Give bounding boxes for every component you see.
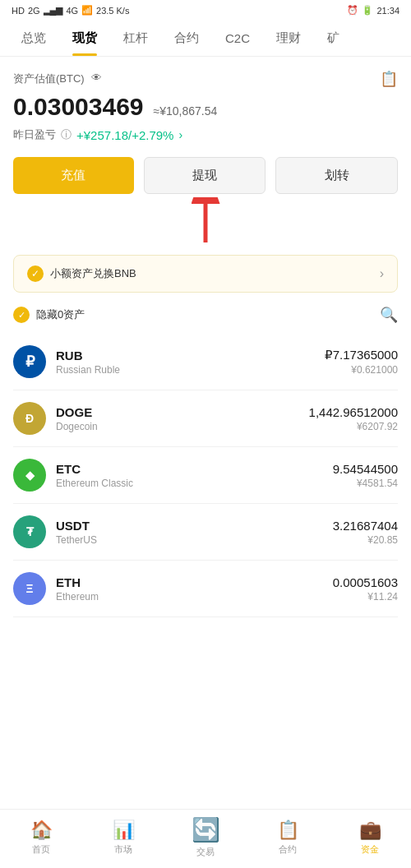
bnb-banner-label: 小额资产兑换BNB bbox=[50, 266, 136, 281]
list-item[interactable]: ₽ RUB Russian Ruble ₽7.17365000 ¥0.62100… bbox=[13, 334, 398, 390]
rub-info: RUB Russian Ruble bbox=[56, 349, 325, 376]
home-icon: 🏠 bbox=[30, 820, 53, 841]
nav-item-futures[interactable]: 合约 bbox=[161, 21, 212, 56]
network-indicator: HD bbox=[12, 6, 25, 16]
eth-balance: 0.00051603 bbox=[333, 575, 398, 589]
withdraw-button[interactable]: 提现 bbox=[144, 157, 266, 194]
funds-icon: 💼 bbox=[359, 820, 381, 841]
hide-assets-label: 隐藏0资产 bbox=[36, 307, 85, 322]
search-assets-button[interactable]: 🔍 bbox=[380, 306, 398, 324]
etc-info: ETC Ethereum Classic bbox=[56, 462, 333, 489]
home-label: 首页 bbox=[32, 843, 50, 856]
nav-item-overview[interactable]: 总览 bbox=[8, 21, 59, 56]
bottom-nav-funds[interactable]: 💼 资金 bbox=[345, 820, 395, 856]
pnl-info-icon: ⓘ bbox=[61, 127, 72, 142]
action-buttons: 充值 提现 划转 bbox=[13, 157, 398, 194]
etc-name: Ethereum Classic bbox=[56, 478, 333, 489]
pnl-value: +¥257.18/+2.79% bbox=[76, 128, 173, 142]
etc-icon: ◆ bbox=[13, 459, 46, 492]
time-display: 21:34 bbox=[376, 6, 399, 16]
speed-indicator: 23.5 K/s bbox=[96, 6, 129, 16]
lte-indicator: 4G bbox=[66, 6, 78, 16]
pnl-row: 昨日盈亏 ⓘ +¥257.18/+2.79% › bbox=[13, 127, 398, 142]
list-item[interactable]: ◆ ETC Ethereum Classic 9.54544500 ¥4581.… bbox=[13, 447, 398, 504]
transfer-button[interactable]: 划转 bbox=[275, 157, 398, 194]
market-label: 市场 bbox=[114, 843, 132, 856]
nav-item-mining[interactable]: 矿 bbox=[314, 21, 353, 56]
bnb-check-icon: ✓ bbox=[27, 265, 44, 282]
etc-cny: ¥4581.54 bbox=[333, 478, 398, 489]
nav-item-c2c[interactable]: C2C bbox=[212, 21, 263, 55]
history-icon[interactable]: 📋 bbox=[380, 70, 398, 88]
signal-bars: ▂▄▆ bbox=[44, 5, 63, 16]
usdt-balance: 3.21687404 bbox=[333, 519, 398, 533]
list-item[interactable]: ₮ USDT TetherUS 3.21687404 ¥20.85 bbox=[13, 504, 398, 561]
list-item[interactable]: Ξ ETH Ethereum 0.00051603 ¥11.24 bbox=[13, 561, 398, 617]
eth-info: ETH Ethereum bbox=[56, 575, 333, 603]
bottom-nav-trade[interactable]: 🔄 交易 bbox=[181, 816, 230, 858]
status-left: HD 2G ▂▄▆ 4G 📶 23.5 K/s bbox=[12, 5, 129, 16]
doge-amounts: 1,442.96512000 ¥6207.92 bbox=[309, 405, 398, 432]
list-item[interactable]: Ð DOGE Dogecoin 1,442.96512000 ¥6207.92 bbox=[13, 390, 398, 447]
usdt-amounts: 3.21687404 ¥20.85 bbox=[333, 519, 398, 546]
status-right: ⏰ 🔋 21:34 bbox=[347, 5, 399, 16]
eth-cny: ¥11.24 bbox=[333, 591, 398, 603]
hide-zero-assets[interactable]: ✓ 隐藏0资产 bbox=[13, 307, 85, 323]
bnb-banner-content: ✓ 小额资产兑换BNB bbox=[27, 265, 136, 282]
doge-info: DOGE Dogecoin bbox=[56, 405, 309, 432]
up-arrow-svg bbox=[185, 197, 226, 247]
doge-balance: 1,442.96512000 bbox=[309, 405, 398, 419]
futures-label: 合约 bbox=[279, 843, 297, 856]
rub-icon: ₽ bbox=[13, 345, 46, 378]
top-navigation: 总览 现货 杠杆 合约 C2C 理财 矿 bbox=[0, 21, 411, 57]
eth-name: Ethereum bbox=[56, 591, 333, 603]
usdt-symbol: USDT bbox=[56, 519, 333, 533]
alarm-icon: ⏰ bbox=[347, 5, 358, 16]
asset-list: ₽ RUB Russian Ruble ₽7.17365000 ¥0.62100… bbox=[13, 334, 398, 617]
arrow-annotation bbox=[13, 197, 398, 247]
hide-assets-check-icon: ✓ bbox=[13, 307, 30, 323]
rub-symbol: RUB bbox=[56, 349, 325, 362]
trade-label: 交易 bbox=[196, 846, 215, 858]
eth-symbol: ETH bbox=[56, 575, 333, 589]
pnl-label: 昨日盈亏 bbox=[13, 127, 56, 142]
doge-name: Dogecoin bbox=[56, 421, 309, 432]
rub-cny: ¥0.621000 bbox=[325, 364, 398, 376]
futures-icon: 📋 bbox=[277, 820, 299, 841]
wifi-icon: 📶 bbox=[81, 5, 93, 16]
bottom-nav-home[interactable]: 🏠 首页 bbox=[16, 820, 66, 856]
toggle-visibility-icon[interactable]: 👁 bbox=[91, 72, 106, 86]
nav-item-leverage[interactable]: 杠杆 bbox=[110, 21, 161, 56]
bnb-banner-arrow: › bbox=[380, 266, 384, 281]
funds-label: 资金 bbox=[361, 843, 379, 856]
main-content: 资产估值(BTC) 👁 📋 0.03003469 ≈¥10,867.54 昨日盈… bbox=[0, 57, 411, 688]
bottom-nav-market[interactable]: 📊 市场 bbox=[99, 820, 148, 856]
doge-icon: Ð bbox=[13, 402, 46, 435]
usdt-info: USDT TetherUS bbox=[56, 519, 333, 546]
doge-cny: ¥6207.92 bbox=[309, 421, 398, 432]
asset-label-row: 资产估值(BTC) 👁 📋 bbox=[13, 70, 398, 88]
asset-btc-value: 0.03003469 bbox=[13, 93, 144, 121]
deposit-button[interactable]: 充值 bbox=[13, 157, 134, 194]
asset-cny-approx: ≈¥10,867.54 bbox=[154, 104, 218, 118]
nav-item-finance[interactable]: 理财 bbox=[263, 21, 314, 56]
bottom-navigation: 🏠 首页 📊 市场 🔄 交易 📋 合约 💼 资金 bbox=[0, 809, 411, 868]
doge-symbol: DOGE bbox=[56, 405, 309, 419]
eth-amounts: 0.00051603 ¥11.24 bbox=[333, 575, 398, 603]
etc-amounts: 9.54544500 ¥4581.54 bbox=[333, 462, 398, 489]
rub-amounts: ₽7.17365000 ¥0.621000 bbox=[325, 348, 398, 376]
usdt-name: TetherUS bbox=[56, 534, 333, 546]
rub-balance: ₽7.17365000 bbox=[325, 348, 398, 362]
asset-label-text: 资产估值(BTC) bbox=[13, 72, 85, 86]
nav-item-spot[interactable]: 现货 bbox=[59, 21, 110, 56]
filter-row: ✓ 隐藏0资产 🔍 bbox=[13, 306, 398, 324]
trade-icon: 🔄 bbox=[192, 816, 220, 843]
asset-value-row: 0.03003469 ≈¥10,867.54 bbox=[13, 93, 398, 121]
usdt-cny: ¥20.85 bbox=[333, 534, 398, 546]
signal-2g: 2G bbox=[28, 6, 40, 16]
etc-balance: 9.54544500 bbox=[333, 462, 398, 476]
pnl-chevron[interactable]: › bbox=[178, 128, 182, 141]
bottom-nav-futures[interactable]: 📋 合约 bbox=[263, 820, 312, 856]
bnb-banner[interactable]: ✓ 小额资产兑换BNB › bbox=[13, 255, 398, 293]
market-icon: 📊 bbox=[113, 820, 135, 841]
